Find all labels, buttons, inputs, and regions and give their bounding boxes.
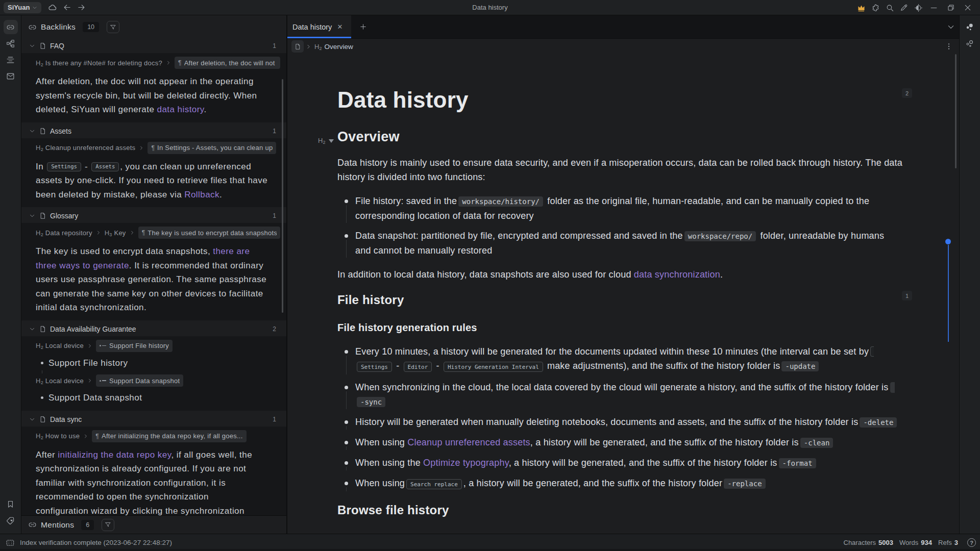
file-history-backlink-badge[interactable]: 1 [902,291,912,300]
mentions-count[interactable]: 6 [81,520,94,530]
list-item-icon [100,345,106,346]
search-button[interactable] [883,0,897,15]
mentions-bar[interactable]: Mentions 6 [21,515,286,534]
block-ref-link[interactable]: Optimize typography [423,458,509,468]
file-icon [39,128,46,135]
text-run: History will be generated when manually … [355,417,858,427]
sidebar-scrollbar[interactable] [282,79,283,313]
block-ref-link[interactable]: there are [213,246,250,256]
heading-gutter[interactable]: H2 [318,132,334,150]
dock-graph-global-button[interactable] [963,36,977,51]
breadcrumb-item[interactable]: H2 Cleanup unreferenced assets [36,144,135,152]
document-content[interactable]: Data historyOverviewH2Data history is ma… [287,54,959,534]
doc-paragraph[interactable]: In addition to local data history, data … [337,267,912,282]
backlink-section-header[interactable]: Data sync1 [21,412,286,427]
breadcrumb-item[interactable]: H2 Is there any #Note# for deleting docs… [36,59,162,67]
backlink-block[interactable]: H2 How to use¶After initializing the dat… [21,427,286,516]
dock-backlinks-button[interactable] [4,20,18,34]
text-run: been deleted by mistake, please via [36,190,184,199]
membership-button[interactable] [854,0,868,15]
more-icon[interactable] [945,42,953,51]
breadcrumb-block-text: The key is used to encrypt data snapshot… [148,229,277,237]
back-button[interactable] [60,2,74,14]
backlinks-filter-button[interactable] [107,21,119,33]
backlink-section-header[interactable]: FAQ1 [21,39,286,53]
breadcrumb-block-chip[interactable]: ¶The key is used to encrypt data snapsho… [138,227,280,239]
breadcrumb-item[interactable]: H2 Data repository [36,229,92,237]
doc-list-item[interactable]: File history: saved in theworkspace/hist… [337,194,912,223]
mentions-filter-button[interactable] [102,519,114,531]
doc-list-item[interactable]: History will be generated when manually … [337,415,912,430]
breadcrumb-block-chip[interactable]: ¶In Settings - Assets, you can clean up [148,142,276,154]
bullet-icon [345,420,348,424]
block-ref-link[interactable]: Data snapshot [83,393,142,403]
breadcrumb-current[interactable]: Overview [324,43,353,51]
dock-outline-button[interactable] [4,53,18,67]
chevron-down-icon [29,128,35,134]
forward-button[interactable] [74,2,88,14]
breadcrumb-item[interactable]: H3 Key [105,229,126,237]
doc-list-item[interactable]: When synchronizing in the cloud, the loc… [337,380,912,409]
backlink-section-header[interactable]: Glossary1 [21,209,286,223]
backlink-section-header[interactable]: Assets1 [21,124,286,138]
doc-list-item[interactable]: When using Cleanup unreferenced assets, … [337,435,912,450]
new-tab-button[interactable] [351,15,375,38]
collapse-triangle-icon[interactable] [329,139,334,143]
block-ref-link[interactable]: Cleanup unreferenced assets [407,437,530,447]
doc-heading[interactable]: File history [337,292,912,308]
breadcrumb-block-chip[interactable]: Support File history [96,340,173,352]
backlinks-count[interactable]: 10 [83,22,99,32]
text-run: initial data synchronization. [36,303,146,312]
breadcrumb-item[interactable]: H2 Local device [36,342,84,349]
breadcrumb-block-chip[interactable]: ¶After deletion, the doc will not appear… [175,57,280,69]
doc-heading[interactable]: Browse file history [337,502,912,518]
theme-button[interactable] [911,0,925,15]
backlink-block[interactable]: H2 Cleanup unreferenced assets¶In Settin… [21,138,286,208]
edit-mode-button[interactable] [897,0,911,15]
backlink-block[interactable]: H2 Is there any #Note# for deleting docs… [21,53,286,122]
breadcrumb-block-chip[interactable]: ¶After initializing the data repo key, i… [92,430,246,442]
doc-list-item[interactable]: When usingSearch replace, a history will… [337,476,912,492]
minimize-button[interactable] [925,0,942,15]
counter-label: Refs [938,539,952,546]
plugins-button[interactable] [868,0,883,15]
dock-bookmark-button[interactable] [4,497,18,511]
doc-paragraph[interactable]: Data history is mainly used to ensure da… [337,156,912,184]
block-ref-link[interactable]: three ways to generate [36,261,129,270]
doc-list-item[interactable]: When using the Optimize typography, a hi… [337,456,912,470]
breadcrumb-item[interactable]: H2 Local device [36,377,84,385]
help-button[interactable]: ? [967,538,976,547]
tabbar-chevron-down-icon[interactable] [947,23,955,31]
title-backlink-badge[interactable]: 2 [902,88,912,98]
workspace-button[interactable]: SiYuan [4,2,41,13]
backlinks-header: Backlinks 10 [21,15,286,39]
block-ref-link[interactable]: data history [157,105,204,114]
backlink-block[interactable]: H2 Local deviceSupport File historySuppo… [21,336,286,411]
doc-list-item[interactable]: Every 10 minutes, a history will be gene… [337,344,912,374]
backlink-section-header[interactable]: Data Availability Guarantee2 [21,322,286,336]
breadcrumb-item[interactable]: H2 How to use [36,432,80,440]
dock-graph-button[interactable] [4,36,18,51]
dock-inbox-button[interactable] [4,69,18,83]
dock-tag-button[interactable] [4,513,18,528]
tab-close-icon[interactable]: ✕ [337,23,342,31]
close-button[interactable] [959,0,976,15]
dock-graph-local-button[interactable] [963,20,977,34]
cloud-sync-button[interactable] [45,2,60,14]
doc-title[interactable]: Data history [337,86,912,114]
backlink-block[interactable]: H2 Data repositoryH3 Key¶The key is used… [21,223,286,320]
section-doc-title: FAQ [50,42,64,50]
tab-data-history[interactable]: Data history ✕ [287,15,351,38]
block-ref-link[interactable]: File history [83,358,128,368]
editor-scrollbar[interactable] [955,54,957,168]
block-ref-link[interactable]: initializing the data repo key [58,450,171,460]
block-ref-link[interactable]: data synchronization [634,269,720,280]
maximize-button[interactable] [942,0,959,15]
breadcrumb-block-chip[interactable]: Support Data snapshot [96,374,183,387]
doc-heading[interactable]: OverviewH2 [337,128,912,146]
doc-heading[interactable]: File history generation rules [337,321,912,335]
block-ref-link[interactable]: Rollback [184,190,219,199]
doc-list: File history: saved in theworkspace/hist… [337,194,912,258]
breadcrumb-doc-chip[interactable] [291,40,304,53]
doc-list-item[interactable]: Data snapshot: partitioned by file, encr… [337,229,912,258]
